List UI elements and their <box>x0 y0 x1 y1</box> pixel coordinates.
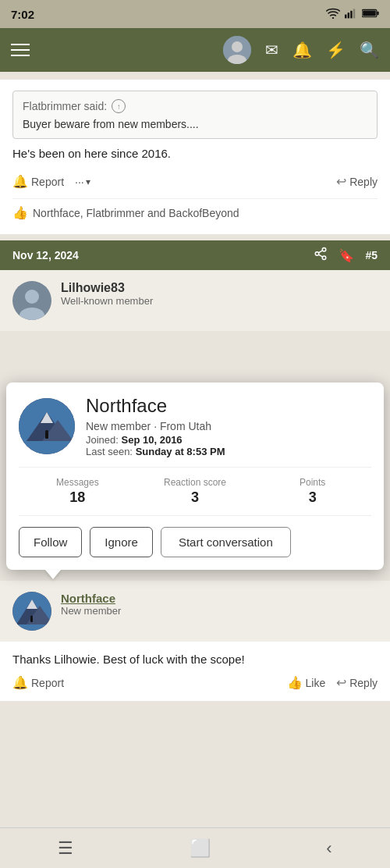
navbar: ✉ 🔔 ⚡ 🔍 <box>0 28 390 72</box>
svg-point-13 <box>323 256 327 260</box>
svg-rect-30 <box>30 617 33 622</box>
svg-point-11 <box>323 248 327 252</box>
post-body-text: He's been on here since 2016. <box>12 147 378 160</box>
quote-post-card: Flatbrimmer said: ↑ Buyer beware from ne… <box>0 80 390 234</box>
popup-name: Northface <box>86 395 225 417</box>
battery-icon <box>362 9 379 20</box>
svg-rect-7 <box>363 10 376 16</box>
post-below-info: Northface New member <box>61 592 121 631</box>
stat-reaction-label: Reaction score <box>136 477 254 488</box>
popup-last-seen: Last seen: Sunday at 8:53 PM <box>86 446 225 457</box>
share-icon[interactable] <box>314 247 328 264</box>
reaction-names: Northface, Flatbrimmer and BackofBeyond <box>33 207 239 219</box>
thumbs-up-action-icon: 👍 <box>287 675 303 690</box>
bottom-reply-button[interactable]: ↩ Reply <box>336 675 378 690</box>
report-button[interactable]: 🔔 Report <box>12 174 64 189</box>
bottom-reply-icon: ↩ <box>336 675 346 690</box>
mail-icon[interactable]: ✉ <box>265 41 278 59</box>
svg-point-0 <box>332 16 334 18</box>
user-popup-card: Northface New member · From Utah Joined:… <box>6 382 384 570</box>
bottom-report-button[interactable]: 🔔 Report <box>12 675 64 690</box>
svg-line-14 <box>319 254 323 257</box>
start-conversation-button[interactable]: Start conversation <box>161 527 291 557</box>
northface-link[interactable]: Northface <box>61 592 121 605</box>
bell-icon[interactable]: 🔔 <box>292 41 312 59</box>
popup-user-info: Northface New member · From Utah Joined:… <box>86 395 225 457</box>
lightning-icon[interactable]: ⚡ <box>326 41 346 59</box>
like-button[interactable]: 👍 Like <box>287 675 326 690</box>
nav-back-icon[interactable]: ‹ <box>326 838 332 859</box>
post-below-popup: Northface New member <box>0 581 390 642</box>
post-actions: 🔔 Report ··· ▾ ↩ Reply <box>12 169 378 194</box>
post5: Lilhowie83 Well-known member <box>0 270 390 331</box>
bell-report-icon: 🔔 <box>12 174 28 189</box>
hamburger-menu[interactable] <box>11 44 30 56</box>
stat-messages-label: Messages <box>19 477 136 488</box>
stat-messages-value: 18 <box>19 489 136 506</box>
svg-rect-24 <box>45 432 48 439</box>
user-avatar[interactable] <box>223 36 251 64</box>
bottom-post-actions: 🔔 Report 👍 Like ↩ Reply <box>12 675 378 690</box>
reply-icon: ↩ <box>336 174 346 189</box>
popup-role: New member · From Utah <box>86 420 225 432</box>
svg-point-25 <box>45 430 48 433</box>
search-icon[interactable]: 🔍 <box>360 41 379 59</box>
quote-text: Buyer beware from new members.... <box>23 118 367 130</box>
signal-icon <box>345 8 357 21</box>
stat-reaction-value: 3 <box>136 489 254 506</box>
stat-points-label: Points <box>254 477 371 488</box>
bookmark-icon[interactable]: 🔖 <box>339 248 354 263</box>
svg-point-9 <box>232 41 243 52</box>
quote-author: Flatbrimmer said: <box>23 100 107 112</box>
wifi-icon <box>326 8 340 21</box>
post-below-avatar <box>12 592 51 631</box>
post5-author-role: Well-known member <box>61 295 378 307</box>
svg-point-31 <box>30 616 33 618</box>
popup-header: Northface New member · From Utah Joined:… <box>19 395 371 457</box>
nav-home-icon[interactable]: ⬜ <box>190 838 211 859</box>
quote-block: Flatbrimmer said: ↑ Buyer beware from ne… <box>12 91 378 139</box>
more-options-button[interactable]: ··· ▾ <box>75 176 90 188</box>
svg-rect-6 <box>377 11 378 15</box>
status-bar: 7:02 <box>0 0 390 28</box>
post5-avatar <box>12 281 51 320</box>
svg-point-12 <box>316 252 320 256</box>
post5-author-info: Lilhowie83 Well-known member <box>61 281 378 320</box>
stat-reaction-score: Reaction score 3 <box>136 477 254 506</box>
status-time: 7:02 <box>11 8 34 21</box>
svg-rect-3 <box>350 10 352 18</box>
quote-link-icon[interactable]: ↑ <box>112 99 126 113</box>
svg-rect-4 <box>353 9 355 18</box>
bottom-bell-icon: 🔔 <box>12 675 28 690</box>
thread-actions: 🔖 #5 <box>314 247 378 264</box>
svg-rect-1 <box>345 14 346 18</box>
status-icons <box>326 8 379 21</box>
thread-date: Nov 12, 2024 <box>12 249 79 261</box>
popup-stats: Messages 18 Reaction score 3 Points 3 <box>19 467 371 516</box>
stat-points: Points 3 <box>254 477 371 506</box>
thumbs-up-icon: 👍 <box>12 205 28 220</box>
popup-buttons: Follow Ignore Start conversation <box>19 527 371 557</box>
thread-separator: Nov 12, 2024 🔖 #5 <box>0 240 390 270</box>
follow-button[interactable]: Follow <box>19 527 82 557</box>
stat-points-value: 3 <box>254 489 371 506</box>
ignore-button[interactable]: Ignore <box>90 527 153 557</box>
reactions-row: 👍 Northface, Flatbrimmer and BackofBeyon… <box>12 198 378 223</box>
bottom-navigation: ☰ ⬜ ‹ <box>0 827 390 868</box>
bottom-post: Thanks Lilhowie. Best of luck with the s… <box>0 642 390 701</box>
svg-rect-2 <box>348 12 349 18</box>
popup-tail <box>45 570 61 579</box>
bottom-post-text: Thanks Lilhowie. Best of luck with the s… <box>12 653 378 666</box>
popup-joined: Joined: Sep 10, 2016 <box>86 434 225 446</box>
post5-author-name: Lilhowie83 <box>61 281 378 295</box>
popup-avatar <box>19 398 75 454</box>
stat-messages: Messages 18 <box>19 477 136 506</box>
reply-button[interactable]: ↩ Reply <box>336 174 378 189</box>
nav-menu-icon[interactable]: ☰ <box>58 838 73 859</box>
quote-attribution: Flatbrimmer said: ↑ <box>23 99 367 113</box>
svg-point-17 <box>25 290 39 304</box>
post-number: #5 <box>365 249 378 261</box>
post-below-role: New member <box>61 605 121 617</box>
svg-line-15 <box>319 251 323 253</box>
